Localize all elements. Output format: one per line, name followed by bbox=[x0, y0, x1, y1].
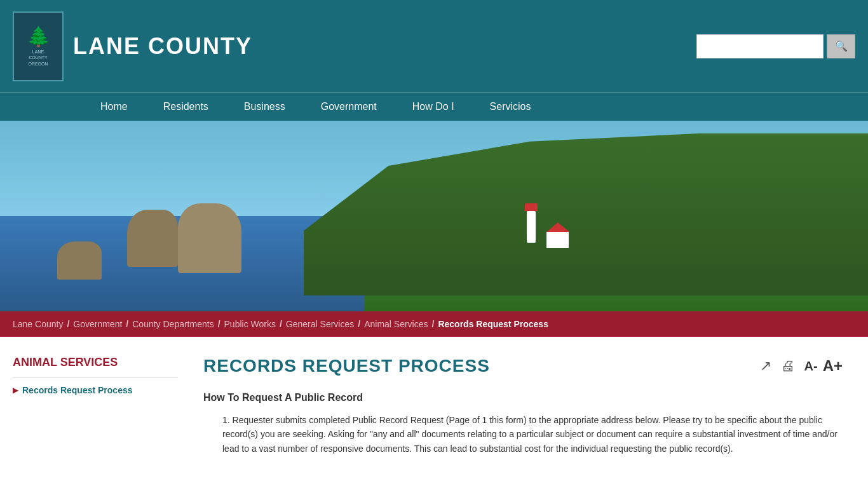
site-logo[interactable]: 🌲 LANECOUNTYOREGON LANE COUNTY bbox=[13, 11, 252, 81]
hero-image bbox=[0, 121, 868, 311]
nav-business[interactable]: Business bbox=[226, 93, 303, 121]
breadcrumb-current: Records Request Process bbox=[438, 319, 548, 329]
house-body bbox=[546, 232, 569, 248]
content-header: RECORDS REQUEST PROCESS ↗ 🖨 A- A+ bbox=[203, 356, 843, 376]
breadcrumb-public-works[interactable]: Public Works bbox=[224, 319, 276, 329]
font-controls: A- A+ bbox=[804, 357, 843, 375]
rock-small bbox=[57, 241, 102, 280]
house bbox=[546, 222, 569, 248]
sidebar-item-records-request[interactable]: ▶ Records Request Process bbox=[13, 383, 178, 398]
main-content: RECORDS REQUEST PROCESS ↗ 🖨 A- A+ How To… bbox=[191, 349, 855, 488]
search-area: 🔍 bbox=[696, 34, 855, 58]
content-paragraph-1: 1. Requester submits completed Public Re… bbox=[222, 413, 843, 456]
lighthouse-tower bbox=[527, 211, 536, 243]
tools-bar: ↗ 🖨 A- A+ bbox=[760, 357, 843, 375]
nav-servicios[interactable]: Servicios bbox=[472, 93, 549, 121]
breadcrumb-animal-services[interactable]: Animal Services bbox=[364, 319, 428, 329]
logo-subtext: LANECOUNTYOREGON bbox=[28, 49, 48, 66]
search-icon: 🔍 bbox=[835, 40, 848, 52]
breadcrumb-sep-5: / bbox=[358, 319, 360, 329]
content-body: 1. Requester submits completed Public Re… bbox=[203, 413, 843, 456]
tree-icon: 🌲 bbox=[27, 25, 50, 48]
nav-home[interactable]: Home bbox=[83, 93, 146, 121]
print-icon[interactable]: 🖨 bbox=[781, 358, 795, 374]
hero-scene bbox=[0, 121, 868, 311]
site-header: 🌲 LANECOUNTYOREGON LANE COUNTY 🔍 bbox=[0, 0, 868, 92]
breadcrumb-county-depts[interactable]: County Departments bbox=[132, 319, 214, 329]
main-nav: Home Residents Business Government How D… bbox=[0, 92, 868, 121]
lighthouse-top bbox=[525, 203, 538, 211]
house-roof bbox=[546, 222, 569, 232]
lighthouse bbox=[525, 203, 538, 241]
rock-2 bbox=[178, 203, 241, 273]
nav-residents[interactable]: Residents bbox=[146, 93, 226, 121]
breadcrumb-government[interactable]: Government bbox=[73, 319, 122, 329]
nav-government[interactable]: Government bbox=[303, 93, 395, 121]
rock-1 bbox=[127, 210, 178, 267]
search-button[interactable]: 🔍 bbox=[827, 34, 855, 58]
site-title: LANE COUNTY bbox=[73, 33, 252, 60]
page-title: RECORDS REQUEST PROCESS bbox=[203, 356, 490, 376]
breadcrumb-sep-1: / bbox=[67, 319, 69, 329]
sidebar-link-records-request[interactable]: Records Request Process bbox=[22, 385, 133, 395]
breadcrumb-lane-county[interactable]: Lane County bbox=[13, 319, 63, 329]
breadcrumb-sep-3: / bbox=[218, 319, 220, 329]
logo-box: 🌲 LANECOUNTYOREGON bbox=[13, 11, 64, 81]
breadcrumb-sep-2: / bbox=[126, 319, 128, 329]
search-input[interactable] bbox=[696, 34, 824, 58]
font-increase-button[interactable]: A+ bbox=[823, 357, 843, 375]
breadcrumb-sep-6: / bbox=[432, 319, 435, 329]
content-wrapper: ANIMAL SERVICES ▶ Records Request Proces… bbox=[0, 337, 868, 488]
sidebar-section-title: ANIMAL SERVICES bbox=[13, 356, 178, 369]
share-icon[interactable]: ↗ bbox=[760, 358, 771, 374]
section-heading: How To Request A Public Record bbox=[203, 392, 843, 403]
font-decrease-button[interactable]: A- bbox=[804, 359, 818, 374]
nav-how-do-i[interactable]: How Do I bbox=[395, 93, 472, 121]
sidebar: ANIMAL SERVICES ▶ Records Request Proces… bbox=[13, 349, 178, 488]
breadcrumb-sep-4: / bbox=[280, 319, 282, 329]
sidebar-divider bbox=[13, 377, 178, 377]
breadcrumb-general-services[interactable]: General Services bbox=[286, 319, 354, 329]
arrow-icon: ▶ bbox=[13, 386, 18, 395]
breadcrumb: Lane County / Government / County Depart… bbox=[0, 311, 868, 337]
